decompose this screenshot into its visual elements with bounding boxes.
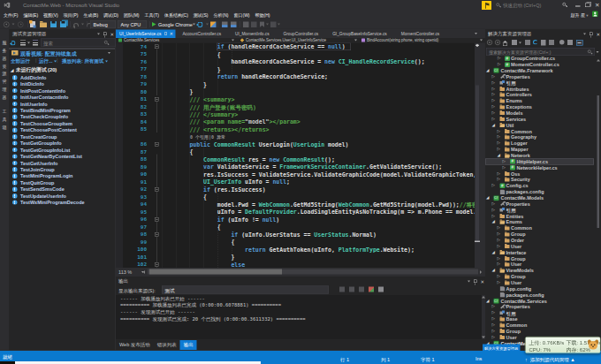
close-icon[interactable] xyxy=(110,32,115,36)
bottom-tab[interactable]: Web 发布活动 xyxy=(116,340,154,350)
menu-item[interactable]: 项目(P) xyxy=(61,10,81,19)
tree-item[interactable]: ▷ HttpHelper.cs xyxy=(485,159,594,165)
solution-search-box[interactable]: 搜索解决方案资源管理器(Ctrl+;) xyxy=(486,48,595,56)
tree-item[interactable]: packages.config xyxy=(485,292,594,299)
save-button[interactable] xyxy=(50,19,57,29)
tree-expander[interactable]: ▷ xyxy=(498,280,500,284)
test-list-item[interactable]: InitUserContacntInfo xyxy=(9,94,115,100)
more-caret-1[interactable] xyxy=(266,19,269,29)
minimize-button[interactable] xyxy=(575,6,581,7)
debug-config-dropdown[interactable]: Debug xyxy=(90,20,116,28)
preview-changes-icon[interactable] xyxy=(210,19,217,29)
video-link[interactable]: 观看视频: 配置持续集成 xyxy=(20,50,77,58)
tree-item[interactable]: ▷ Common xyxy=(485,225,594,231)
tree-item[interactable]: ▷ Logger xyxy=(485,140,594,147)
bookmark-icon[interactable] xyxy=(260,19,264,29)
test-list-item[interactable]: TestQuitGroup xyxy=(9,179,115,186)
document-tab[interactable]: UI_MomentInfo.cs xyxy=(228,30,277,39)
tree-expander[interactable]: ▷ xyxy=(492,74,495,79)
preview-icon[interactable] xyxy=(567,40,574,46)
tree-expander[interactable]: ▷ xyxy=(498,147,500,151)
menu-item[interactable]: 体系结构(C) xyxy=(162,10,191,19)
undo-caret[interactable] xyxy=(81,19,84,29)
tree-item[interactable]: ▷ Common xyxy=(485,322,594,329)
navigate-back-button[interactable] xyxy=(4,19,10,29)
tree-expander[interactable]: ▷ xyxy=(498,134,500,139)
fold-collapse-box[interactable] xyxy=(155,262,159,267)
menu-item[interactable]: 窗口(W) xyxy=(231,10,252,19)
outdent-icon[interactable] xyxy=(251,19,257,29)
tree-expander[interactable]: ◢ xyxy=(486,195,489,200)
menu-item[interactable]: 帮助(H) xyxy=(253,10,273,19)
menu-item[interactable]: 视图(V) xyxy=(41,10,61,19)
fold-collapse-box[interactable] xyxy=(155,45,159,49)
tree-expander[interactable]: ◢ xyxy=(492,122,495,126)
clear-all-icon[interactable] xyxy=(369,287,374,292)
collapse-all-button[interactable] xyxy=(576,40,582,46)
scope-icon[interactable] xyxy=(512,40,518,46)
new-file-button[interactable] xyxy=(30,19,35,29)
tree-item[interactable]: ▷ User xyxy=(485,280,594,286)
tree-expander[interactable]: ▷ xyxy=(492,213,495,217)
tree-item[interactable]: ◢ Network xyxy=(485,153,594,159)
fold-collapse-box[interactable] xyxy=(155,142,159,147)
tree-item[interactable]: ▷ Controllers xyxy=(485,92,594,98)
test-search-box[interactable]: 搜索 xyxy=(41,39,116,47)
tree-expander[interactable]: ▷ xyxy=(492,104,495,109)
tree-expander[interactable]: ▷ xyxy=(492,322,495,327)
tree-expander[interactable]: ▷ xyxy=(498,244,500,248)
tree-expander[interactable]: ▷ xyxy=(498,262,500,266)
refresh-caret[interactable] xyxy=(206,19,209,29)
test-list-item[interactable]: TestJoinGroup xyxy=(9,166,115,172)
back-icon[interactable] xyxy=(487,40,493,46)
fold-collapse-box[interactable] xyxy=(155,232,159,237)
start-debug-button[interactable]: Google Chrome xyxy=(152,19,193,29)
tree-item[interactable]: ▷ Services xyxy=(485,117,594,123)
test-list-item[interactable]: TestUpdateUserInfo xyxy=(9,193,115,199)
home-icon[interactable] xyxy=(503,40,509,46)
tree-expander[interactable]: ▷ xyxy=(492,329,495,333)
test-group-header[interactable]: ◢未运行的测试 (20) xyxy=(11,66,57,73)
tree-expander[interactable]: ▷ xyxy=(492,80,495,84)
tree-item[interactable]: ▷ Exceptions xyxy=(485,104,594,110)
properties-icon[interactable] xyxy=(559,40,566,46)
tree-expander[interactable]: ◢ xyxy=(498,153,500,157)
tree-item[interactable]: ▷ Security xyxy=(485,177,594,183)
search-caret[interactable] xyxy=(597,51,599,53)
pin-icon[interactable] xyxy=(590,32,593,35)
goto-message-icon[interactable] xyxy=(359,287,364,292)
test-list-item[interactable]: TestCheckGroupInfo xyxy=(9,114,115,120)
tree-expander[interactable]: ▷ xyxy=(492,310,495,315)
tree-expander[interactable]: ◢ xyxy=(486,68,489,72)
menu-item[interactable]: 分析(N) xyxy=(211,10,232,19)
tree-expander[interactable]: ▷ xyxy=(498,177,500,181)
tree-item[interactable]: ▷ 引用 xyxy=(485,310,594,316)
close-icon[interactable] xyxy=(481,279,485,284)
window-position-caret[interactable] xyxy=(468,281,470,283)
run-all-link[interactable]: 全部运行 xyxy=(11,57,30,64)
refresh-icon[interactable] xyxy=(533,40,539,46)
tree-item[interactable]: ▷ Group xyxy=(485,255,594,262)
menu-item[interactable]: 工具(T) xyxy=(142,10,162,19)
tree-expander[interactable]: ▷ xyxy=(498,171,500,175)
menu-item[interactable]: 编辑(E) xyxy=(20,10,41,19)
tree-expander[interactable]: ▷ xyxy=(492,117,495,121)
next-message-icon[interactable] xyxy=(349,287,354,292)
editor-vertical-scrollbar[interactable] xyxy=(475,43,480,269)
start-debug-caret[interactable] xyxy=(193,19,195,29)
tree-item[interactable]: ▷ Group xyxy=(485,329,594,335)
tree-item[interactable]: ▷ Enums xyxy=(485,98,594,104)
sync-selection-icon[interactable] xyxy=(525,40,531,46)
tree-expander[interactable]: ◢ xyxy=(486,298,489,302)
forward-icon[interactable] xyxy=(495,40,501,46)
tree-item[interactable]: ◢ Enums xyxy=(485,219,594,225)
window-position-caret[interactable] xyxy=(97,34,100,35)
indent-icon[interactable] xyxy=(243,19,249,29)
output-content[interactable]: ------ 加载播放列表已开始 ------========== 加载播放列表… xyxy=(116,295,482,339)
tree-item[interactable]: ▷ Group xyxy=(485,231,594,238)
scroll-left-arrow[interactable] xyxy=(143,270,145,274)
tree-item[interactable]: ▷ Order xyxy=(485,238,594,244)
filter-icon[interactable] xyxy=(33,38,38,48)
tree-expander[interactable]: ◢ xyxy=(492,250,495,254)
document-tab[interactable]: UI_UserInfoService.cs xyxy=(116,30,175,39)
